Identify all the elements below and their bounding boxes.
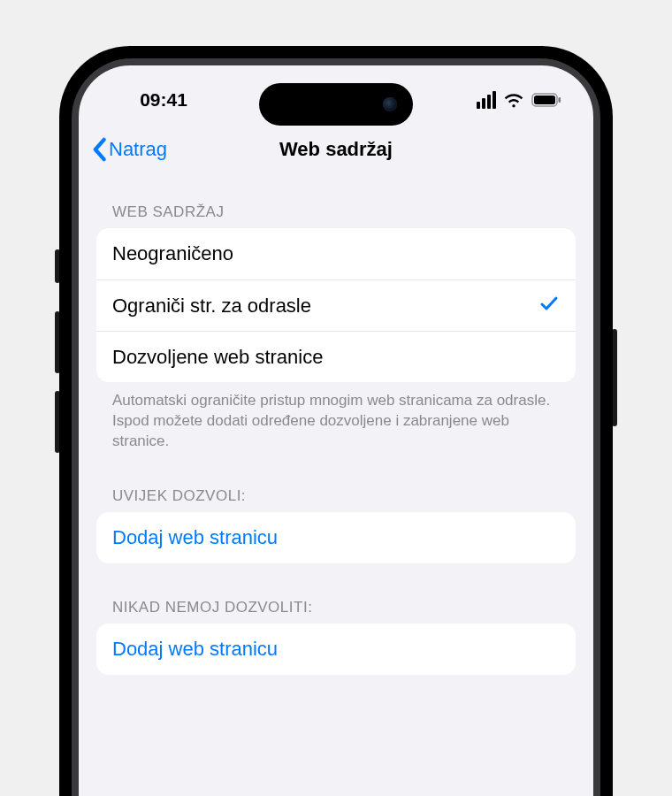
option-label: Dozvoljene web stranice bbox=[112, 346, 323, 369]
never-list-group: Dodaj web stranicu bbox=[96, 624, 576, 675]
battery-icon bbox=[531, 93, 561, 107]
add-allow-website-button[interactable]: Dodaj web stranicu bbox=[96, 512, 576, 563]
section-header-web: WEB SADRŽAJ bbox=[96, 191, 576, 228]
option-label: Ograniči str. za odrasle bbox=[112, 295, 311, 318]
front-camera-icon bbox=[383, 97, 397, 111]
option-allowed-only[interactable]: Dozvoljene web stranice bbox=[96, 331, 576, 382]
navigation-bar: Natrag Web sadržaj bbox=[79, 126, 593, 173]
option-unrestricted[interactable]: Neograničeno bbox=[96, 228, 576, 279]
svg-rect-1 bbox=[534, 96, 555, 104]
section-header-allow: UVIJEK DOZVOLI: bbox=[96, 475, 576, 512]
option-label: Neograničeno bbox=[112, 242, 233, 265]
add-website-label: Dodaj web stranicu bbox=[112, 638, 278, 661]
checkmark-icon bbox=[538, 293, 560, 319]
back-button[interactable]: Natrag bbox=[91, 137, 167, 162]
section-header-never: NIKAD NEMOJ DOZVOLITI: bbox=[96, 586, 576, 624]
wifi-icon bbox=[503, 91, 524, 109]
phone-frame: 09:41 bbox=[59, 46, 613, 796]
dynamic-island bbox=[259, 83, 413, 126]
chevron-left-icon bbox=[91, 137, 107, 162]
page-title: Web sadržaj bbox=[279, 138, 393, 161]
add-website-label: Dodaj web stranicu bbox=[112, 526, 278, 549]
option-limit-adult[interactable]: Ograniči str. za odrasle bbox=[96, 279, 576, 331]
svg-rect-2 bbox=[559, 97, 561, 103]
cellular-signal-icon bbox=[477, 91, 496, 109]
settings-content: WEB SADRŽAJ Neograničeno Ograniči str. z… bbox=[79, 173, 593, 675]
allow-list-group: Dodaj web stranicu bbox=[96, 512, 576, 563]
add-never-website-button[interactable]: Dodaj web stranicu bbox=[96, 624, 576, 675]
status-time: 09:41 bbox=[111, 89, 217, 111]
screen: 09:41 bbox=[79, 65, 593, 796]
web-options-group: Neograničeno Ograniči str. za odrasle Do… bbox=[96, 228, 576, 382]
section-footer-web: Automatski ograničite pristup mnogim web… bbox=[96, 382, 576, 452]
back-label: Natrag bbox=[109, 138, 167, 161]
